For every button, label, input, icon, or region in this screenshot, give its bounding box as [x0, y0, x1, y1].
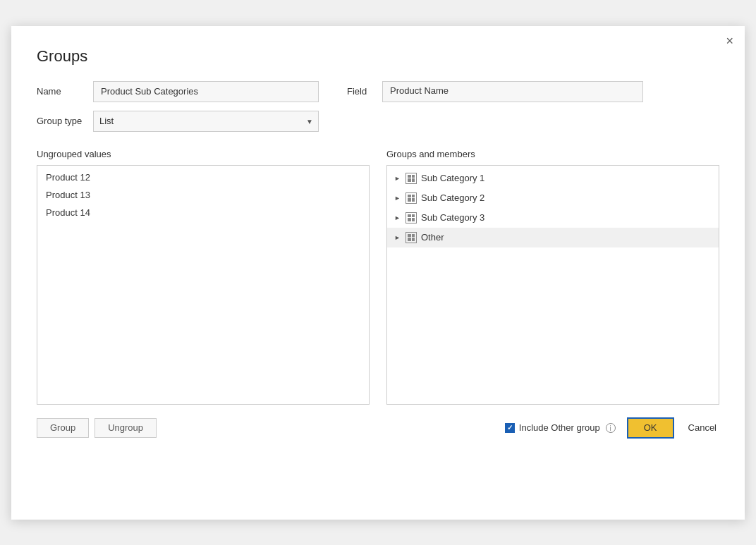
- name-label: Name: [37, 86, 93, 97]
- expand-icon: ►: [394, 195, 401, 202]
- list-item[interactable]: Product 14: [37, 204, 369, 221]
- name-input[interactable]: [93, 81, 319, 102]
- group-label: Sub Category 1: [421, 173, 484, 183]
- group-label: Other: [421, 232, 444, 243]
- group-type-row: Group type List Bin ▼: [37, 111, 719, 132]
- checkmark-icon: ✓: [507, 424, 513, 431]
- group-button[interactable]: Group: [37, 418, 89, 438]
- include-other-checkbox[interactable]: ✓: [505, 423, 515, 433]
- expand-icon: ►: [394, 214, 401, 221]
- list-item[interactable]: Product 13: [37, 186, 369, 204]
- info-icon: i: [606, 423, 616, 433]
- expand-icon: ►: [394, 175, 401, 182]
- field-label: Field: [347, 86, 382, 97]
- expand-icon: ►: [394, 234, 401, 241]
- group-icon: [406, 212, 417, 223]
- columns-area: Ungrouped values Product 12 Product 13 P…: [37, 149, 719, 405]
- footer: Group Ungroup ✓ Include Other group i OK…: [37, 417, 719, 439]
- group-icon: [406, 192, 417, 204]
- ungroup-button[interactable]: Ungroup: [94, 418, 157, 438]
- group-type-select-wrapper: List Bin ▼: [93, 111, 319, 132]
- footer-left: Group Ungroup: [37, 418, 157, 438]
- ok-button[interactable]: OK: [627, 417, 674, 439]
- ungrouped-list[interactable]: Product 12 Product 13 Product 14: [37, 165, 370, 405]
- groups-column: Groups and members ► Sub Category 1 ►: [386, 149, 719, 405]
- group-item-subcategory3[interactable]: ► Sub Category 3: [387, 208, 719, 228]
- cancel-button[interactable]: Cancel: [685, 422, 719, 433]
- group-icon: [406, 232, 417, 243]
- footer-right: ✓ Include Other group i OK Cancel: [505, 417, 719, 439]
- ungrouped-title: Ungrouped values: [37, 149, 370, 159]
- include-other-label: Include Other group: [519, 422, 600, 433]
- group-label: Sub Category 3: [421, 212, 484, 223]
- group-type-label: Group type: [37, 116, 93, 126]
- field-value: Product Name: [382, 81, 643, 102]
- group-type-select[interactable]: List Bin: [93, 111, 319, 132]
- groups-list[interactable]: ► Sub Category 1 ►: [386, 165, 719, 405]
- group-item-subcategory2[interactable]: ► Sub Category 2: [387, 188, 719, 208]
- ungrouped-column: Ungrouped values Product 12 Product 13 P…: [37, 149, 370, 405]
- group-label: Sub Category 2: [421, 192, 484, 203]
- groups-title: Groups and members: [386, 149, 719, 159]
- name-row: Name Field Product Name: [37, 81, 719, 102]
- group-item-other[interactable]: ► Other: [387, 228, 719, 247]
- close-button[interactable]: ×: [726, 35, 733, 47]
- group-item-subcategory1[interactable]: ► Sub Category 1: [387, 169, 719, 188]
- include-other-area[interactable]: ✓ Include Other group i: [505, 422, 616, 433]
- groups-dialog: × Groups Name Field Product Name Group t…: [11, 26, 745, 520]
- dialog-title: Groups: [37, 47, 719, 66]
- group-icon: [406, 173, 417, 184]
- list-item[interactable]: Product 12: [37, 169, 369, 186]
